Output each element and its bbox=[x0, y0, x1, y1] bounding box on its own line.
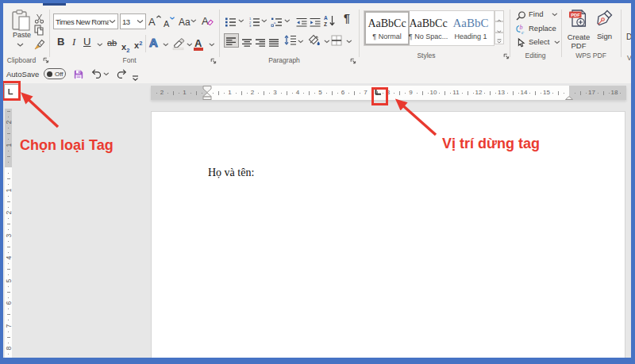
svg-text:3: 3 bbox=[249, 24, 252, 28]
undo-button[interactable] bbox=[91, 68, 102, 82]
ruler-tick bbox=[8, 297, 9, 298]
ruler-number: 5 bbox=[5, 277, 12, 284]
ruler-tick bbox=[444, 91, 445, 95]
chevron-down-icon[interactable] bbox=[261, 19, 267, 23]
grow-font-button[interactable]: A bbox=[148, 14, 156, 29]
ruler-tick bbox=[8, 320, 9, 320]
ruler-tick bbox=[529, 93, 530, 94]
find-button[interactable]: Find bbox=[516, 10, 526, 24]
chevron-down-icon[interactable] bbox=[209, 43, 215, 47]
ruler-tick bbox=[8, 252, 9, 253]
font-name-value: Times New Roma bbox=[54, 17, 109, 26]
ruler-tick bbox=[8, 354, 9, 354]
styles-group-label: Styles bbox=[356, 52, 497, 61]
chevron-down-icon bbox=[552, 13, 558, 17]
autosave-toggle[interactable]: Off bbox=[44, 68, 66, 79]
cursor-arrow-icon bbox=[518, 38, 525, 48]
copy-button[interactable] bbox=[34, 25, 44, 39]
decrease-indent-button[interactable] bbox=[296, 16, 307, 30]
highlight-button[interactable] bbox=[172, 37, 185, 53]
chevron-down-icon[interactable] bbox=[284, 19, 291, 23]
multilevel-list-button[interactable]: a bbox=[271, 16, 283, 30]
align-right-icon bbox=[256, 39, 266, 47]
separator bbox=[145, 35, 146, 52]
ruler-number: 2 bbox=[5, 209, 12, 216]
chevron-down-icon[interactable] bbox=[324, 40, 330, 44]
chevron-down-icon[interactable] bbox=[163, 43, 169, 47]
styles-gallery: AaBbCc ¶ Normal AaBbCc ¶ No Spac... AaBb… bbox=[364, 10, 495, 46]
italic-button[interactable]: I bbox=[72, 37, 75, 46]
bullets-button[interactable] bbox=[225, 16, 236, 30]
svg-text:c: c bbox=[521, 29, 525, 36]
line-spacing-button[interactable] bbox=[284, 34, 296, 48]
chevron-down-icon[interactable] bbox=[97, 43, 103, 47]
chevron-down-icon[interactable] bbox=[298, 40, 304, 44]
styles-scroll-up[interactable] bbox=[495, 10, 504, 21]
sort-button[interactable]: A Z bbox=[324, 15, 336, 29]
ruler-number: 2 bbox=[5, 119, 12, 126]
replace-button[interactable]: b c Replace bbox=[516, 23, 527, 37]
ruler-tick bbox=[7, 224, 10, 224]
ruler-tick bbox=[8, 274, 9, 275]
styles-scroll-down[interactable] bbox=[495, 21, 504, 33]
style-no-spacing[interactable]: AaBbCc ¶ No Spac... bbox=[408, 13, 448, 45]
underline-button[interactable]: U bbox=[83, 37, 90, 46]
font-name-combo[interactable]: Times New Roma bbox=[53, 13, 118, 29]
chevron-down-icon[interactable] bbox=[346, 40, 352, 44]
text-effects-button[interactable]: A bbox=[149, 36, 158, 49]
shading-button[interactable] bbox=[308, 34, 321, 49]
select-button[interactable]: Select bbox=[518, 36, 525, 51]
document-text[interactable]: Họ và tên: bbox=[208, 167, 254, 179]
numbering-button[interactable]: 1 2 3 bbox=[249, 16, 260, 30]
styles-dialog-launcher[interactable] bbox=[503, 53, 510, 59]
save-button[interactable] bbox=[74, 68, 83, 82]
chevron-down-icon[interactable] bbox=[17, 43, 24, 47]
ruler-tick bbox=[8, 286, 9, 287]
align-right-button[interactable] bbox=[256, 36, 266, 50]
horizontal-ruler[interactable]: 211234567891011121314151718 bbox=[151, 86, 626, 100]
show-marks-button[interactable]: ¶ bbox=[344, 14, 350, 23]
chevron-down-icon[interactable] bbox=[187, 43, 193, 47]
chevron-down-icon[interactable] bbox=[238, 19, 244, 23]
ruler-number: 8 bbox=[5, 345, 12, 352]
format-painter-button[interactable] bbox=[34, 39, 45, 53]
clear-formatting-button[interactable]: A bbox=[202, 13, 209, 28]
subscript-button[interactable]: x2 bbox=[121, 39, 129, 54]
ruler-number: 4 bbox=[293, 86, 302, 100]
justify-button[interactable] bbox=[269, 36, 279, 50]
align-left-button[interactable] bbox=[224, 33, 239, 48]
increase-indent-button[interactable] bbox=[310, 16, 321, 30]
change-case-button[interactable]: Aa bbox=[179, 14, 190, 29]
align-center-button[interactable] bbox=[242, 36, 252, 50]
create-pdf-button[interactable]: PDF Create PDF bbox=[569, 10, 587, 30]
annotation-label-right: Vị trí dừng tag bbox=[442, 136, 540, 152]
superscript-button[interactable]: x2 bbox=[134, 37, 142, 52]
sign-pen-icon bbox=[596, 9, 614, 28]
ruler-tick bbox=[8, 139, 9, 140]
ruler-number: 2 bbox=[157, 86, 167, 100]
redo-button[interactable] bbox=[116, 68, 127, 82]
bold-button[interactable]: B bbox=[57, 37, 64, 46]
document-page[interactable] bbox=[151, 111, 625, 358]
font-size-combo[interactable]: 13 bbox=[120, 13, 146, 29]
style-normal[interactable]: AaBbCc ¶ Normal bbox=[364, 11, 410, 45]
bullet-list-icon bbox=[225, 17, 236, 27]
svg-text:a: a bbox=[274, 21, 276, 25]
ruler-number: 7 bbox=[361, 86, 371, 100]
font-color-button[interactable]: A bbox=[194, 36, 202, 50]
vertical-ruler[interactable]: 2112345678 bbox=[5, 109, 12, 358]
borders-button[interactable] bbox=[331, 35, 342, 49]
ruler-number: 18 bbox=[610, 86, 619, 100]
shrink-font-button[interactable]: A bbox=[164, 16, 169, 30]
paste-button[interactable]: Paste bbox=[11, 10, 32, 35]
styles-more-button[interactable] bbox=[495, 33, 504, 44]
sign-button[interactable]: Sign bbox=[596, 9, 614, 31]
chevron-down-icon bbox=[109, 20, 116, 24]
chevron-down-icon[interactable] bbox=[103, 72, 110, 76]
style-heading1[interactable]: AaBbC Heading 1 bbox=[449, 13, 492, 45]
ruler-tick bbox=[507, 93, 508, 94]
ruler-tick bbox=[8, 117, 9, 117]
ruler-tick bbox=[258, 93, 259, 94]
annotation-box-tab-selector bbox=[2, 81, 21, 101]
strikethrough-button[interactable]: ab bbox=[107, 39, 117, 48]
